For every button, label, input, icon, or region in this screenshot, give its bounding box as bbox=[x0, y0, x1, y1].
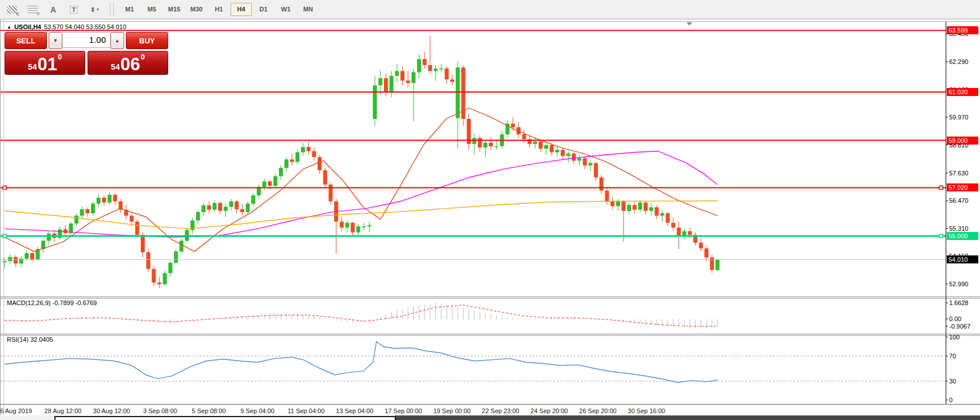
chart-area[interactable]: ▲ USOil,H4 53.570 54.040 53.550 54.010 M… bbox=[0, 19, 980, 415]
price-tick: 59.970 bbox=[949, 114, 979, 121]
date-label: 11 Sep 04:00 bbox=[288, 407, 325, 415]
sell-price-panel[interactable]: 54 01 0 bbox=[5, 51, 85, 75]
timeframe-button-m1[interactable]: M1 bbox=[119, 3, 140, 16]
price-level-badge: 55.000 bbox=[947, 232, 978, 240]
timeframe-button-d1[interactable]: D1 bbox=[253, 3, 274, 16]
buy-price-pips: 06 bbox=[120, 56, 140, 73]
macd-tick: -0.9067 bbox=[949, 323, 979, 330]
price-tick: 52.990 bbox=[949, 281, 979, 288]
macd-tick: 0.00 bbox=[949, 315, 979, 323]
timeframe-button-m15[interactable]: M15 bbox=[164, 3, 185, 16]
date-label: 19 Sep 00:00 bbox=[433, 407, 470, 415]
symbol-title: USOil,H4 bbox=[14, 23, 41, 30]
sell-price-point: 0 bbox=[58, 53, 62, 61]
date-label: 5 Sep 08:00 bbox=[192, 407, 225, 415]
date-label: 17 Sep 00:00 bbox=[384, 407, 422, 415]
buy-price-panel[interactable]: 54 06 0 bbox=[88, 51, 168, 75]
rsi-tick: 70 bbox=[949, 353, 979, 360]
date-label: 30 Aug 12:00 bbox=[93, 407, 130, 415]
price-level-badge: 59.000 bbox=[947, 137, 978, 145]
date-label: 3 Sep 08:00 bbox=[143, 407, 177, 415]
bottom-panel-edge bbox=[0, 415, 980, 420]
date-label: 24 Sep 20:00 bbox=[530, 407, 568, 415]
toolbar-separator bbox=[110, 3, 114, 16]
rsi-tick: 0 bbox=[949, 397, 979, 404]
fibonacci-icon[interactable]: F bbox=[24, 3, 41, 17]
date-label: 28 Aug 12:00 bbox=[45, 407, 82, 415]
date-label: 13 Sep 04:00 bbox=[336, 407, 373, 415]
timeframe-buttons: M1M5M15M30H1H4D1W1MN bbox=[118, 3, 319, 16]
timeframe-button-w1[interactable]: W1 bbox=[275, 3, 296, 16]
rsi-tick: 30 bbox=[949, 378, 979, 385]
chart-left-frame bbox=[3, 19, 4, 415]
chart-symbol-line: ▲ USOil,H4 53.570 54.040 53.550 54.010 bbox=[7, 23, 126, 30]
date-label: 26 Sep 20:00 bbox=[579, 407, 616, 415]
volume-increase-button[interactable]: ▲ bbox=[110, 32, 124, 49]
price-level-badge: 57.020 bbox=[947, 183, 978, 191]
buy-price-point: 0 bbox=[141, 53, 145, 61]
sell-price-pips: 01 bbox=[37, 56, 57, 73]
sell-price-handle: 54 bbox=[28, 62, 37, 71]
price-tick: 57.630 bbox=[949, 170, 979, 177]
price-level-badge: 61.020 bbox=[947, 88, 978, 96]
arrows-tool-icon[interactable]: ⬍▾ bbox=[86, 3, 103, 17]
channel-glyph bbox=[7, 6, 17, 14]
macd-tick: 1.6628 bbox=[949, 299, 979, 307]
timeframe-button-mn[interactable]: MN bbox=[297, 3, 319, 16]
trading-terminal-window: E F A T ⬍▾ M1M5M15M30H1H4D1W1MN ▲ USOil,… bbox=[0, 0, 980, 420]
timeframe-button-m30[interactable]: M30 bbox=[186, 3, 207, 16]
timeframe-button-h4[interactable]: H4 bbox=[231, 3, 252, 16]
text-tool-icon[interactable]: A bbox=[45, 3, 62, 17]
buy-button[interactable]: BUY bbox=[126, 32, 168, 49]
rsi-label: RSI(14) 32.0405 bbox=[7, 336, 53, 343]
rsi-tick: 100 bbox=[949, 334, 979, 341]
price-tick: 62.290 bbox=[949, 58, 979, 66]
macd-label: MACD(12,26,9) -0.7899 -0.6769 bbox=[7, 299, 97, 306]
window-left-frame bbox=[0, 19, 1, 415]
chart-shift-marker-icon[interactable] bbox=[687, 22, 692, 26]
price-level-badge: 63.599 bbox=[947, 26, 978, 34]
date-label: 9 Sep 04:00 bbox=[240, 407, 274, 415]
date-label: 26 Aug 2019 bbox=[0, 407, 32, 415]
bottom-dark-edge bbox=[395, 415, 980, 420]
chart-toolbar: E F A T ⬍▾ M1M5M15M30H1H4D1W1MN bbox=[0, 0, 980, 19]
volume-input[interactable]: 1.00 bbox=[62, 32, 110, 48]
timeframe-button-h1[interactable]: H1 bbox=[208, 3, 229, 16]
text-label-tool-icon[interactable]: T bbox=[65, 3, 82, 17]
price-level-badge: 54.010 bbox=[947, 255, 978, 263]
date-label: 30 Sep 16:00 bbox=[628, 407, 665, 415]
date-label: 22 Sep 23:00 bbox=[482, 407, 519, 415]
fibonacci-glyph bbox=[27, 6, 38, 14]
equidistant-channel-icon[interactable]: E bbox=[3, 3, 21, 17]
price-tick: 56.470 bbox=[949, 197, 979, 205]
volume-stepper: ▼ 1.00 ▲ bbox=[49, 32, 124, 48]
volume-decrease-button[interactable]: ▼ bbox=[49, 32, 62, 49]
bottom-white-box-edge bbox=[54, 416, 396, 420]
buy-price-handle: 54 bbox=[111, 62, 120, 71]
symbol-ohlc: 53.570 54.040 53.550 54.010 bbox=[44, 23, 126, 30]
timeframe-button-m5[interactable]: M5 bbox=[141, 3, 162, 16]
one-click-trading-panel: SELL ▼ 1.00 ▲ BUY 54 01 0 54 06 0 bbox=[5, 32, 168, 93]
sell-button[interactable]: SELL bbox=[5, 32, 47, 49]
symbol-triangle-icon: ▲ bbox=[7, 25, 11, 30]
